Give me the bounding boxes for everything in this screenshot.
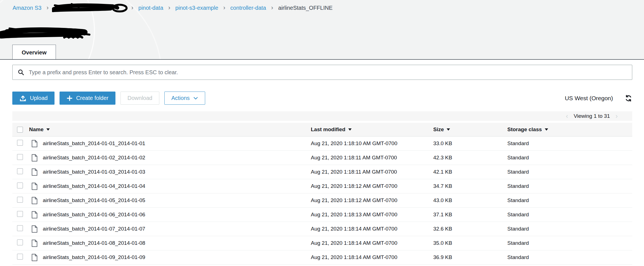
name-cell: airlineStats_batch_2014-01-03_2014-01-03 — [29, 168, 311, 176]
row-checkbox[interactable] — [17, 140, 23, 146]
search-icon — [18, 69, 24, 76]
breadcrumb-separator: › — [46, 4, 49, 11]
storage-class-cell: Standard — [507, 226, 632, 232]
file-icon — [31, 225, 38, 233]
object-name[interactable]: airlineStats_batch_2014-01-03_2014-01-03 — [43, 169, 145, 175]
last-modified-cell: Aug 21, 2020 1:18:11 AM GMT-0700 — [311, 169, 433, 175]
create-folder-button[interactable]: Create folder — [60, 92, 115, 105]
name-cell: airlineStats_batch_2014-01-01_2014-01-01 — [29, 140, 311, 147]
table-row[interactable]: airlineStats_batch_2014-01-06_2014-01-06… — [12, 208, 632, 222]
object-name[interactable]: airlineStats_batch_2014-01-02_2014-01-02 — [43, 155, 145, 161]
last-modified-cell: Aug 21, 2020 1:18:13 AM GMT-0700 — [311, 212, 433, 218]
table-row[interactable]: airlineStats_batch_2014-01-05_2014-01-05… — [12, 193, 632, 208]
file-icon — [31, 239, 38, 247]
file-icon — [31, 183, 38, 190]
download-button-label: Download — [127, 95, 152, 101]
object-name[interactable]: airlineStats_batch_2014-01-09_2014-01-09 — [43, 254, 145, 260]
object-name[interactable]: airlineStats_batch_2014-01-07_2014-01-07 — [43, 226, 145, 232]
object-name[interactable]: airlineStats_batch_2014-01-04_2014-01-04 — [43, 183, 145, 189]
prefix-search-box[interactable] — [12, 65, 632, 80]
row-checkbox[interactable] — [17, 211, 23, 217]
name-cell: airlineStats_batch_2014-01-05_2014-01-05 — [29, 197, 311, 204]
redacted-bucket-name-scribble — [52, 2, 128, 14]
table-row[interactable]: airlineStats_batch_2014-01-03_2014-01-03… — [12, 165, 632, 179]
last-modified-cell: Aug 21, 2020 1:18:10 AM GMT-0700 — [311, 140, 433, 147]
size-cell: 42.1 KB — [433, 169, 507, 175]
row-checkbox[interactable] — [17, 254, 23, 260]
storage-class-cell: Standard — [507, 212, 632, 218]
row-checkbox-cell — [12, 154, 29, 161]
table-row[interactable]: airlineStats_batch_2014-01-07_2014-01-07… — [12, 222, 632, 236]
download-button[interactable]: Download — [120, 92, 159, 105]
last-modified-cell: Aug 21, 2020 1:18:12 AM GMT-0700 — [311, 183, 433, 189]
row-checkbox-cell — [12, 197, 29, 204]
select-all-checkbox[interactable] — [17, 127, 23, 133]
row-checkbox-cell — [12, 225, 29, 233]
file-icon — [31, 211, 38, 219]
row-checkbox-cell — [12, 168, 29, 176]
name-cell: airlineStats_batch_2014-01-09_2014-01-09 — [29, 254, 311, 261]
row-checkbox[interactable] — [17, 239, 23, 245]
tab-overview-label: Overview — [22, 49, 47, 56]
storage-class-cell: Standard — [507, 240, 632, 246]
object-name[interactable]: airlineStats_batch_2014-01-05_2014-01-05 — [43, 197, 145, 203]
object-list: airlineStats_batch_2014-01-01_2014-01-01… — [12, 136, 632, 265]
tab-overview[interactable]: Overview — [12, 45, 56, 59]
last-modified-cell: Aug 21, 2020 1:18:12 AM GMT-0700 — [311, 197, 433, 203]
size-cell: 35.0 KB — [433, 240, 507, 246]
name-cell: airlineStats_batch_2014-01-07_2014-01-07 — [29, 225, 311, 233]
sort-caret-icon — [447, 128, 450, 131]
breadcrumb-pinot-data[interactable]: pinot-data — [138, 5, 163, 11]
table-row[interactable]: airlineStats_batch_2014-01-01_2014-01-01… — [12, 136, 632, 151]
row-checkbox[interactable] — [17, 154, 23, 160]
storage-class-cell: Standard — [507, 254, 632, 260]
breadcrumb-amazon-s3[interactable]: Amazon S3 — [13, 5, 41, 11]
column-header-size-label: Size — [433, 126, 444, 133]
sort-caret-icon — [46, 128, 50, 131]
pagination-next-button[interactable]: › — [615, 113, 618, 119]
s3-console-page: Amazon S3 › › pinot-data › pinot-s3-exam… — [0, 0, 644, 266]
size-cell: 36.9 KB — [433, 254, 507, 260]
row-checkbox-cell — [12, 140, 29, 147]
breadcrumb-current-airlinestats-offline: airlineStats_OFFLINE — [278, 5, 333, 11]
file-icon — [31, 154, 38, 162]
table-row[interactable]: airlineStats_batch_2014-01-09_2014-01-09… — [12, 250, 632, 265]
file-icon — [31, 140, 38, 147]
table-row[interactable]: airlineStats_batch_2014-01-04_2014-01-04… — [12, 179, 632, 193]
object-name[interactable]: airlineStats_batch_2014-01-06_2014-01-06 — [43, 212, 145, 218]
storage-class-cell: Standard — [507, 183, 632, 189]
column-header-size[interactable]: Size — [433, 126, 507, 133]
search-input[interactable] — [29, 69, 627, 76]
breadcrumb-separator: › — [271, 4, 274, 11]
region-area: US West (Oregon) — [565, 95, 632, 102]
tab-bar-divider — [0, 59, 644, 60]
breadcrumb-separator: › — [131, 4, 134, 11]
actions-button[interactable]: Actions — [164, 92, 205, 105]
column-header-storage-class[interactable]: Storage class — [507, 126, 632, 133]
table-header-row: Name Last modified Size Storage class — [12, 123, 632, 136]
row-checkbox[interactable] — [17, 183, 23, 188]
row-checkbox[interactable] — [17, 225, 23, 231]
file-icon — [31, 254, 38, 261]
pagination-viewing-text: Viewing 1 to 31 — [574, 113, 610, 119]
pagination-prev-button[interactable]: ‹ — [566, 113, 568, 119]
column-header-storage-class-label: Storage class — [507, 126, 542, 133]
last-modified-cell: Aug 21, 2020 1:18:14 AM GMT-0700 — [311, 240, 433, 246]
column-header-last-modified-label: Last modified — [311, 126, 345, 133]
header-checkbox-cell — [12, 127, 29, 133]
row-checkbox-cell — [12, 183, 29, 190]
column-header-last-modified[interactable]: Last modified — [311, 126, 433, 133]
row-checkbox[interactable] — [17, 168, 23, 174]
name-cell: airlineStats_batch_2014-01-02_2014-01-02 — [29, 154, 311, 162]
row-checkbox[interactable] — [17, 197, 23, 203]
breadcrumb-controller-data[interactable]: controller-data — [230, 5, 266, 11]
breadcrumb-pinot-s3-example[interactable]: pinot-s3-example — [175, 5, 218, 11]
table-row[interactable]: airlineStats_batch_2014-01-02_2014-01-02… — [12, 151, 632, 165]
upload-button[interactable]: Upload — [12, 92, 55, 105]
object-name[interactable]: airlineStats_batch_2014-01-08_2014-01-08 — [43, 240, 145, 246]
column-header-name[interactable]: Name — [29, 126, 311, 133]
row-checkbox-cell — [12, 239, 29, 247]
object-name[interactable]: airlineStats_batch_2014-01-01_2014-01-01 — [43, 140, 145, 147]
refresh-button[interactable] — [625, 95, 632, 102]
table-row[interactable]: airlineStats_batch_2014-01-08_2014-01-08… — [12, 236, 632, 250]
